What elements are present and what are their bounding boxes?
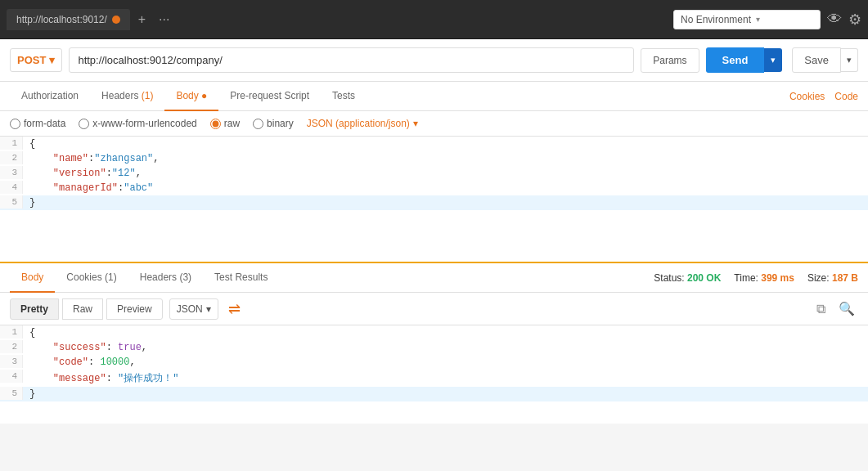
response-view-bar: Pretty Raw Preview JSON ▾ ⇌ ⧉ 🔍 [0, 293, 868, 325]
tab-authorization[interactable]: Authorization [10, 82, 90, 111]
raw-button[interactable]: Raw [62, 298, 103, 320]
req-tabs-right: Cookies Code [789, 91, 858, 102]
resp-line-2: 2 "success": true, [0, 340, 868, 355]
environment-label: No Environment [681, 14, 751, 25]
request-tabs: Authorization Headers (1) Body ● Pre-req… [0, 82, 868, 111]
send-button[interactable]: Send [706, 47, 765, 73]
req-line-3: 3 "version":"12", [0, 166, 868, 181]
json-format-selector[interactable]: JSON ▾ [169, 298, 218, 320]
top-bar: http://localhost:9012/ + ··· No Environm… [0, 0, 868, 39]
tab-headers[interactable]: Headers (1) [90, 82, 164, 111]
request-body-editor[interactable]: 1 { 2 "name":"zhangsan", 3 "version":"12… [0, 137, 868, 263]
size-label: Size: 187 B [807, 272, 858, 284]
json-format-chevron: ▾ [206, 303, 211, 315]
req-line-2: 2 "name":"zhangsan", [0, 151, 868, 166]
cookies-link[interactable]: Cookies [789, 91, 825, 102]
req-line-4: 4 "managerId":"abc" [0, 181, 868, 195]
url-bar: POST ▾ Params Send ▾ Save ▾ [0, 39, 868, 82]
resp-line-5: 5 } [0, 387, 868, 401]
raw-option[interactable]: raw [210, 118, 240, 129]
wrap-icon[interactable]: ⇌ [228, 300, 241, 318]
tab-prerequest[interactable]: Pre-request Script [218, 82, 321, 111]
req-line-5: 5 } [0, 195, 868, 210]
code-link[interactable]: Code [834, 91, 858, 102]
req-line-1: 1 { [0, 137, 868, 151]
method-chevron: ▾ [49, 54, 55, 66]
resp-tab-headers[interactable]: Headers (3) [128, 263, 203, 293]
resp-line-1: 1 { [0, 325, 868, 340]
copy-button[interactable]: ⧉ [813, 298, 829, 320]
resp-tab-body[interactable]: Body [10, 263, 55, 293]
more-options-button[interactable]: ··· [154, 9, 174, 30]
content-type-label: JSON (application/json) [307, 118, 410, 129]
resp-tab-cookies[interactable]: Cookies (1) [55, 263, 128, 293]
eye-icon[interactable]: 👁 [827, 11, 842, 28]
tab-url: http://localhost:9012/ [16, 14, 107, 25]
size-value: 187 B [832, 272, 858, 284]
content-type-selector[interactable]: JSON (application/json) ▾ [307, 118, 418, 129]
body-options: form-data x-www-form-urlencoded raw bina… [0, 111, 868, 137]
resp-line-4: 4 "message": "操作成功！" [0, 370, 868, 387]
status-label: Status: 200 OK [654, 272, 721, 284]
top-right-icons: 👁 ⚙ [827, 11, 861, 29]
response-status: Status: 200 OK Time: 399 ms Size: 187 B [654, 272, 858, 284]
form-data-option[interactable]: form-data [10, 118, 65, 129]
json-format-label: JSON [177, 303, 203, 315]
response-section: Body Cookies (1) Headers (3) Test Result… [0, 263, 868, 424]
binary-option[interactable]: binary [253, 118, 294, 129]
response-tabs-bar: Body Cookies (1) Headers (3) Test Result… [0, 263, 868, 293]
tab-body[interactable]: Body ● [164, 82, 218, 111]
preview-button[interactable]: Preview [106, 298, 163, 320]
params-button[interactable]: Params [641, 48, 699, 73]
search-button[interactable]: 🔍 [835, 298, 858, 320]
pretty-button[interactable]: Pretty [10, 298, 59, 320]
resp-line-3: 3 "code": 10000, [0, 355, 868, 370]
tab-actions: + ··· [133, 9, 175, 30]
time-value: 399 ms [761, 272, 794, 284]
response-body-editor: 1 { 2 "success": true, 3 "code": 10000, … [0, 325, 868, 424]
tab-tests[interactable]: Tests [321, 82, 367, 111]
status-value: 200 OK [687, 272, 721, 284]
time-label: Time: 399 ms [734, 272, 794, 284]
add-tab-button[interactable]: + [133, 9, 151, 30]
chevron-down-icon: ▾ [756, 15, 760, 24]
content-type-chevron: ▾ [413, 118, 418, 129]
request-tab[interactable]: http://localhost:9012/ [7, 9, 130, 30]
method-selector[interactable]: POST ▾ [10, 48, 62, 72]
urlencoded-option[interactable]: x-www-form-urlencoded [79, 118, 196, 129]
tab-modified-dot [112, 16, 120, 24]
save-chevron-button[interactable]: ▾ [841, 48, 858, 72]
resp-icons: ⧉ 🔍 [813, 298, 858, 320]
save-button[interactable]: Save [792, 47, 841, 73]
method-label: POST [17, 54, 46, 66]
resp-tab-testresults[interactable]: Test Results [203, 263, 279, 293]
url-input[interactable] [69, 47, 634, 73]
environment-selector[interactable]: No Environment ▾ [673, 10, 821, 29]
save-group: Save ▾ [792, 47, 858, 73]
send-chevron-button[interactable]: ▾ [764, 48, 782, 72]
send-group: Send ▾ [706, 47, 783, 73]
gear-icon[interactable]: ⚙ [848, 11, 861, 29]
